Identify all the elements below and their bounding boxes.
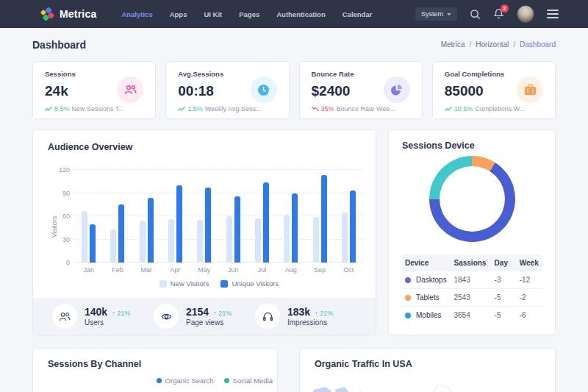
bar-group-feb <box>103 170 132 263</box>
bar <box>205 188 211 263</box>
stat-delta: ↑ 21% <box>315 310 333 317</box>
legend-label: Organic Search <box>165 377 214 385</box>
stat-desc: Completions W... <box>475 105 525 113</box>
bar <box>292 193 298 263</box>
bar-group-jun <box>219 170 248 263</box>
chevron-down-icon <box>447 13 451 15</box>
table-row: Mobiles 3654 -5 -6 <box>402 307 542 324</box>
bar <box>350 190 356 263</box>
audience-overview-card: Audience Overview Visitors 0306090120 Ja… <box>32 129 376 335</box>
bar-group-sep <box>305 170 334 263</box>
organic-search-dot <box>157 378 162 383</box>
bar-group-jan <box>74 170 103 263</box>
brand[interactable]: Metrica <box>40 7 96 21</box>
stat-value: $2400 <box>312 83 351 99</box>
nav-item-apps[interactable]: Apps <box>170 10 187 18</box>
usa-map-fragment <box>309 382 376 392</box>
sessions-device-card: Sessions Device Device Sassions Day Week <box>388 129 556 335</box>
desktops-dot <box>405 277 411 283</box>
social-media-dot <box>224 378 229 383</box>
tablets-dot <box>405 295 411 301</box>
channel-legend: Organic Search Social Media <box>48 377 273 385</box>
stat-desc: Weekly Avg.Sess... <box>205 105 262 113</box>
organic-traffic-card: Organic Traffic In USA + <box>299 348 556 392</box>
system-dropdown[interactable]: System <box>415 7 457 21</box>
briefcase-icon <box>517 76 543 103</box>
bar <box>82 211 87 263</box>
breadcrumb-item[interactable]: Horizontal <box>476 40 509 49</box>
bar <box>284 215 290 263</box>
nav-item-authentication[interactable]: Authentication <box>276 10 326 18</box>
stat-impressions: 183k ↑ 21% Impressions <box>255 304 356 329</box>
stat-value: 24k <box>45 83 68 99</box>
sessions-device-title: Sessions Device <box>402 140 542 151</box>
col-header-day: Day <box>492 254 517 271</box>
trend-up-icon <box>178 106 185 112</box>
audience-overview-title: Audience Overview <box>33 130 376 152</box>
stat-card-sessions: Sessions 24k 8.5% New Sessions T... <box>32 61 156 119</box>
bar <box>168 219 174 263</box>
stat-delta: 1.5% <box>187 105 203 113</box>
stat-users: 140k ↑ 21% Users <box>52 304 154 329</box>
menu-icon[interactable] <box>547 10 559 18</box>
main-nav: Analytics Apps UI Kit Pages Authenticati… <box>121 10 372 18</box>
table-row: Tablets 2543 -5 -2 <box>402 289 542 307</box>
nav-item-analytics[interactable]: Analytics <box>121 10 152 18</box>
col-header-device: Device <box>402 254 451 271</box>
search-button[interactable] <box>470 9 481 20</box>
sessions-by-channel-title: Sessions By Channel <box>48 359 262 369</box>
stat-value: 2154 <box>186 306 209 318</box>
x-axis-labels: JanFebMarAprMayJunJulAugSepOct <box>74 266 363 274</box>
top-navbar: Metrica Analytics Apps UI Kit Pages Auth… <box>0 0 588 28</box>
stat-card-goal-completions: Goal Completions 85000 10.5% Completions… <box>432 61 556 119</box>
stat-value: 140k <box>85 306 107 318</box>
eye-icon <box>154 304 179 329</box>
bar-group-oct <box>334 170 363 263</box>
clock-icon <box>251 76 277 103</box>
nav-item-pages[interactable]: Pages <box>239 10 259 18</box>
bar <box>263 182 269 263</box>
nav-item-ui-kit[interactable]: UI Kit <box>204 10 222 18</box>
sessions-by-channel-card: Sessions By Channel Organic Search Socia… <box>32 348 278 392</box>
bar <box>90 224 96 263</box>
metrica-logo-icon <box>40 7 54 21</box>
trend-up-icon <box>45 106 52 112</box>
trend-down-icon <box>312 106 319 112</box>
stat-card-avg-sessions: Avg.Sessions 00:18 1.5% Weekly Avg.Sess.… <box>165 61 289 119</box>
legend-item: New Visitors <box>159 279 209 288</box>
bar-group-mar <box>132 170 161 263</box>
stat-desc: Bounce Rate Wee... <box>337 105 395 113</box>
notifications-button[interactable]: 2 <box>493 8 504 20</box>
sessions-device-donut-chart <box>429 156 515 242</box>
user-avatar[interactable] <box>517 5 534 23</box>
nav-item-calendar[interactable]: Calendar <box>343 10 373 18</box>
legend-label: Social Media <box>233 377 273 385</box>
brand-name: Metrica <box>60 8 96 20</box>
stat-value: 183k <box>287 306 310 318</box>
stat-label: Page views <box>186 318 232 327</box>
breadcrumb-item[interactable]: Metrica <box>441 40 465 49</box>
bar <box>140 221 146 263</box>
stat-delta: 10.5% <box>454 105 473 113</box>
bar <box>255 218 261 263</box>
legend-item: Unique Visitors <box>220 279 279 288</box>
col-header-sassions: Sassions <box>451 254 492 271</box>
bar <box>176 185 182 263</box>
sessions-device-table: Device Sassions Day Week Dasktops 1843 -… <box>402 254 542 324</box>
breadcrumb: Metrica / Horizontal / Dashboard <box>441 40 556 49</box>
stat-card-bounce-rate: Bounce Rate $2400 35% Bounce Rate Wee... <box>299 61 423 119</box>
map-zoom-in-button[interactable]: + <box>434 386 451 392</box>
bar-group-may <box>190 170 218 263</box>
bar <box>342 213 348 263</box>
stat-delta: ↑ 21% <box>213 310 232 317</box>
bar <box>234 196 240 263</box>
group-icon <box>117 76 143 103</box>
bar-group-aug <box>276 170 305 263</box>
bar-group-jul <box>248 170 276 263</box>
organic-traffic-title: Organic Traffic In USA <box>315 359 540 369</box>
stat-delta: 35% <box>321 105 334 113</box>
headphones-icon <box>255 304 280 329</box>
breadcrumb-current: Dashboard <box>520 40 556 49</box>
chart-legend: New VisitorsUnique Visitors <box>62 279 376 288</box>
stat-desc: New Sessions T... <box>72 105 124 113</box>
